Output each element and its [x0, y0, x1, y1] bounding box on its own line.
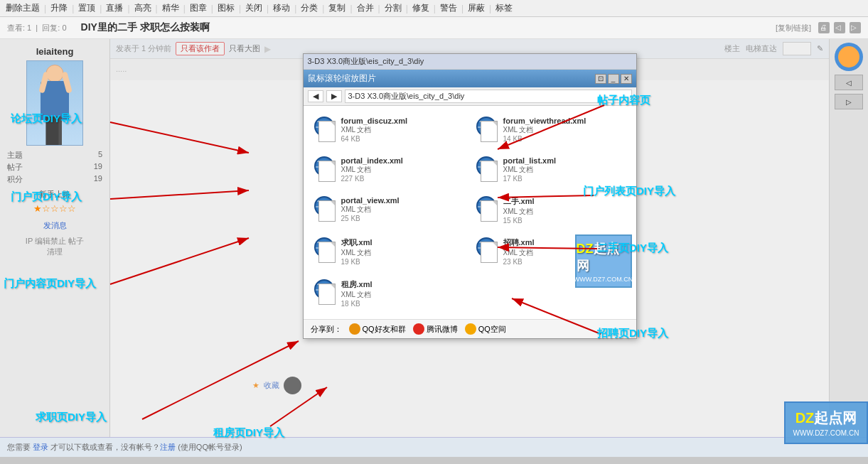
qq-group-label: QQ好友和群 [363, 324, 406, 335]
post-header: 查看: 1 | 回复: 0 DIY里的二手 求职怎么按装啊 [复制链接] 🖨 ◁… [0, 17, 868, 39]
file-info-9: 租房.xml XML 文档 18 KB [341, 279, 464, 308]
corner-wm-logo: DZ起点网 [791, 409, 861, 428]
toolbar-split[interactable]: 分割 [385, 2, 402, 14]
bottom-bar: 您需要 登录 才可以下载或查看，没有帐号？注册 (使用QQ帐号登录) [0, 437, 868, 457]
right-sidebar: ◁ ▷ [829, 39, 868, 437]
file-item-rental[interactable]: 租房.xml XML 文档 18 KB [311, 276, 467, 312]
file-info-5: portal_view.xml XML 文档 25 KB [341, 196, 464, 222]
annotation-job-diy: 求职页DIY导入 [36, 411, 107, 424]
toolbar-upgrade[interactable]: 升降 [50, 2, 68, 14]
next-icon[interactable]: ▷ [850, 22, 861, 33]
toolbar-stamp[interactable]: 图章 [190, 2, 207, 14]
right-btn-2[interactable]: ▷ [835, 94, 863, 109]
dialog-minimize-button[interactable]: _ [608, 74, 619, 84]
score-count: 19 [94, 174, 102, 185]
file-icon-2 [476, 117, 499, 142]
file-size-7: 19 KB [341, 258, 464, 266]
toolbar-icon[interactable]: 图标 [218, 2, 235, 14]
file-size-1: 64 KB [341, 135, 464, 143]
toolbar-close[interactable]: 关闭 [245, 2, 262, 14]
file-type-1: XML 文档 [341, 125, 464, 135]
file-item-forum-discuz[interactable]: forum_discuz.xml XML 文档 64 KB [311, 113, 467, 147]
weibo-share[interactable]: 腾讯微博 [413, 323, 458, 335]
annotation-secondhand-diy: 二手页DIY导入 [597, 242, 668, 255]
print-icon[interactable]: 🖨 [818, 22, 830, 33]
weibo-icon [413, 323, 424, 335]
qzone-share[interactable]: QQ空间 [465, 323, 506, 335]
qq-avatar [835, 43, 863, 71]
user-info: leiaiteng 主题5 帖子19 积分19 [7, 46, 102, 258]
reply-count: 回复: 0 [42, 23, 66, 32]
share-label: 分享到： [311, 324, 342, 335]
toolbar-repair[interactable]: 修复 [412, 2, 429, 14]
dialog-back-button[interactable]: ◀ [308, 90, 323, 102]
right-btn-1[interactable]: ◁ [835, 75, 863, 90]
toolbar-warn[interactable]: 警告 [440, 2, 457, 14]
file-name-2: forum_viewthread.xml [503, 117, 626, 125]
annotation-recruit-diy: 招聘页DIY导入 [597, 327, 668, 340]
file-item-portal-list[interactable]: portal_list.xml XML 文档 17 KB [473, 153, 629, 187]
file-name-9: 租房.xml [341, 279, 464, 290]
file-item-forum-viewthread[interactable]: forum_viewthread.xml XML 文档 14 KB [473, 113, 629, 147]
file-size-5: 25 KB [341, 215, 464, 222]
file-type-7: XML 文档 [341, 248, 464, 258]
dialog-path-input[interactable]: 3-D3 X3.0商业版\eis_city_d_3\diy [345, 90, 632, 103]
toolbar-move[interactable]: 移动 [273, 2, 290, 14]
dialog-close-button[interactable]: ✕ [621, 74, 632, 84]
annotation-portal-content-diy: 门户内容页DIY导入 [4, 277, 96, 291]
annotation-post-content: 帖子内容页 [597, 94, 650, 107]
file-type-2: XML 文档 [503, 125, 626, 135]
post-title: DIY里的二手 求职怎么按装啊 [81, 21, 768, 34]
topic-label: 主题 [7, 150, 23, 161]
login-link[interactable]: 登录 [33, 443, 48, 451]
username: leiaiteng [7, 46, 102, 57]
register-link[interactable]: 注册 [160, 443, 176, 451]
copy-link[interactable]: [复制链接] [776, 23, 811, 33]
dialog-toolbar: ◀ ▶ 3-D3 X3.0商业版\eis_city_d_3\diy [304, 87, 636, 106]
toolbar-pin[interactable]: 置顶 [78, 2, 95, 14]
file-name-5: portal_view.xml [341, 196, 464, 205]
file-size-4: 17 KB [503, 175, 626, 183]
user-actions: 发消息 IP 编辑禁止 帖子清理 [7, 220, 102, 258]
file-item-portal-index[interactable]: portal_index.xml XML 文档 227 KB [311, 153, 467, 187]
toolbar-merge[interactable]: 合并 [357, 2, 374, 14]
toolbar-highlight[interactable]: 高亮 [134, 2, 151, 14]
weibo-label: 腾讯微博 [427, 324, 458, 335]
file-item-portal-view[interactable]: portal_view.xml XML 文档 25 KB [311, 193, 467, 229]
toolbar-featured[interactable]: 精华 [162, 2, 179, 14]
dialog-path-top: 3-D3 X3.0商业版\eis_city_d_3\diy [308, 57, 424, 65]
annotation-forum-diy: 论坛页DIY导入 [11, 112, 82, 126]
topic-count: 5 [98, 150, 102, 161]
file-size-9: 18 KB [341, 300, 464, 308]
file-name-7: 求职.xml [341, 237, 464, 248]
post-label: 帖子 [7, 162, 23, 173]
file-info-6: 二手.xml XML 文档 15 KB [503, 196, 626, 225]
file-dialog-overlay: 3-D3 X3.0商业版\eis_city_d_3\diy 鼠标滚轮缩放图片 ⊡… [110, 39, 829, 437]
toolbar-tag[interactable]: 标签 [495, 2, 513, 14]
file-item-job[interactable]: 求职.xml XML 文档 19 KB [311, 234, 467, 270]
file-type-4: XML 文档 [503, 165, 626, 175]
file-icon-3 [314, 156, 337, 182]
dialog-watermark-url: WWW.DZ7.COM.CN [574, 276, 633, 283]
dialog-restore-button[interactable]: ⊡ [595, 74, 606, 84]
toolbar-delete[interactable]: 删除主题 [6, 2, 40, 14]
score-label: 积分 [7, 174, 23, 185]
send-message-link[interactable]: 发消息 [43, 221, 67, 230]
prev-icon[interactable]: ◁ [834, 22, 845, 33]
file-info-3: portal_index.xml XML 文档 227 KB [341, 156, 464, 183]
file-icon-7 [314, 237, 337, 263]
toolbar-live[interactable]: 直播 [106, 2, 123, 14]
qzone-label: QQ空间 [478, 324, 506, 335]
file-type-3: XML 文档 [341, 165, 464, 175]
share-bar: 分享到： QQ好友和群 腾讯微博 QQ空间 [304, 319, 636, 338]
toolbar-copy[interactable]: 复制 [328, 2, 345, 14]
toolbar-shield[interactable]: 屏蔽 [468, 2, 485, 14]
dialog-forward-button[interactable]: ▶ [326, 90, 342, 102]
annotation-rental-diy: 租房页DIY导入 [213, 426, 284, 440]
bottom-text: 您需要 登录 才可以下载或查看，没有帐号？注册 (使用QQ帐号登录) [7, 442, 242, 453]
qq-group-share[interactable]: QQ好友和群 [349, 323, 406, 335]
file-info-1: forum_discuz.xml XML 文档 64 KB [341, 117, 464, 143]
qzone-icon [465, 323, 476, 335]
user-stars: ★☆☆☆☆ [7, 203, 102, 214]
toolbar-classify[interactable]: 分类 [301, 2, 318, 14]
